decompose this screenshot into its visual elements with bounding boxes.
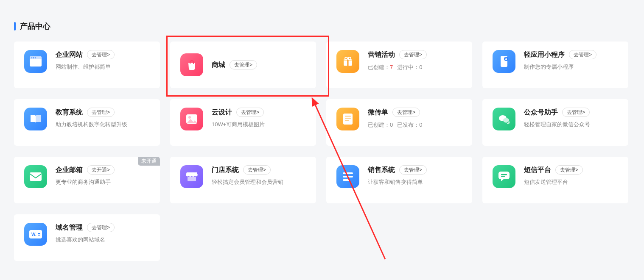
card-title: 微传单 [368,108,388,117]
card-miniprogram[interactable]: 轻应用小程序 去管理> 制作您的专属小程序 [482,42,628,88]
svg-rect-26 [498,172,510,179]
svg-point-8 [345,57,347,60]
card-marketing[interactable]: 营销活动 去管理> 已创建：7进行中：0 [326,42,472,88]
card-title: 销售系统 [368,166,395,175]
card-title: 轻应用小程序 [524,50,565,59]
card-desc: 轻松搞定会员管理和会员营销 [212,179,308,186]
card-mall[interactable]: 商城 去管理> [170,42,316,88]
card-sms-platform[interactable]: 短信平台 去管理> 短信发送管理平台 [482,157,628,203]
created-label: 已创建： [368,64,390,70]
card-title: 公众号助手 [524,108,558,117]
card-desc: 轻松管理自家的微信公众号 [524,121,621,128]
manage-button[interactable]: 去管理> [87,50,115,59]
manage-button[interactable]: 去管理> [555,165,583,175]
card-desc: 助力教培机构数字化转型升级 [56,121,152,128]
card-title: 企业网站 [56,50,83,59]
svg-rect-7 [347,59,349,66]
not-opened-badge: 未开通 [138,157,160,166]
card-title: 门店系统 [212,166,239,175]
manage-button[interactable]: 去管理> [569,50,596,59]
svg-rect-32 [38,235,40,236]
domain-icon: W. [24,223,47,246]
gift-icon [336,50,359,73]
section-title: 产品中心 [20,21,50,31]
svg-point-13 [188,116,191,119]
wechat-icon [493,108,515,130]
manage-button[interactable]: 去管理> [399,165,427,175]
card-title: 域名管理 [56,223,83,232]
svg-rect-28 [501,176,505,177]
running-label: 进行中： [397,64,419,70]
manage-button[interactable]: 去管理> [392,108,420,117]
card-education[interactable]: 教育系统 去管理> 助力教培机构数字化转型升级 [14,99,160,146]
card-desc: 更专业的商务沟通助手 [56,179,152,186]
svg-rect-17 [345,120,349,121]
card-stats: 已创建：0已发布：0 [368,121,465,129]
manage-button[interactable]: 去管理> [87,223,115,232]
list-icon [336,165,359,188]
card-official-account[interactable]: 公众号助手 去管理> 轻松管理自家的微信公众号 [482,99,628,146]
svg-point-2 [31,57,32,58]
pub-value: 0 [419,122,422,128]
created-value: 0 [390,122,393,128]
shopping-bag-icon [180,53,203,76]
manage-button[interactable]: 去管理> [236,108,264,117]
svg-point-4 [35,57,36,58]
open-button[interactable]: 去开通> [87,165,115,175]
card-title: 企业邮箱 [56,166,83,175]
card-flyer[interactable]: 微传单 去管理> 已创建：0已发布：0 [326,99,472,146]
section-heading: 产品中心 [14,21,50,31]
svg-point-9 [348,57,351,60]
document-icon [336,108,359,130]
card-store-system[interactable]: 门店系统 去管理> 轻松搞定会员管理和会员营销 [170,157,316,203]
card-domain[interactable]: W. 域名管理 去管理> 挑选喜欢的网站域名 [14,214,160,261]
phone-app-icon [493,50,515,73]
image-icon [180,108,203,130]
mail-icon [24,165,47,188]
svg-rect-27 [501,174,507,175]
svg-rect-24 [343,176,353,177]
card-desc: 网站制作、维护都简单 [56,64,152,71]
svg-rect-21 [30,172,42,181]
manage-button[interactable]: 去管理> [243,165,271,175]
card-enterprise-email[interactable]: 未开通 企业邮箱 去开通> 更专业的商务沟通助手 [14,157,160,203]
store-icon [180,165,203,188]
card-title: 云设计 [212,108,232,117]
card-title: 教育系统 [56,108,83,117]
svg-rect-31 [38,233,40,234]
card-stats: 已创建：7进行中：0 [368,64,465,71]
svg-rect-22 [188,177,196,181]
manage-button[interactable]: 去管理> [399,50,427,59]
card-desc: 让获客和销售变得简单 [368,179,465,186]
svg-point-20 [507,121,510,124]
svg-rect-23 [343,172,353,174]
card-desc: 短信发送管理平台 [524,179,621,186]
chat-icon [493,165,515,188]
manage-button[interactable]: 去管理> [562,108,590,117]
svg-rect-14 [343,114,353,125]
card-enterprise-website[interactable]: 企业网站 去管理> 网站制作、维护都简单 [14,42,160,88]
card-desc: 制作您的专属小程序 [524,64,621,71]
heading-accent-bar [14,22,16,30]
svg-rect-15 [345,116,351,117]
running-value: 0 [419,64,422,70]
browser-window-icon [24,50,47,73]
card-desc: 10W+可商用模板图片 [212,121,308,128]
card-desc: 挑选喜欢的网站域名 [56,236,152,244]
product-grid: 企业网站 去管理> 网站制作、维护都简单 商城 去管理> 营销活动 去管理> [14,42,630,261]
card-title: 商城 [212,61,225,69]
created-label: 已创建： [368,122,390,128]
card-cloud-design[interactable]: 云设计 去管理> 10W+可商用模板图片 [170,99,316,146]
manage-button[interactable]: 去管理> [87,108,115,117]
svg-rect-16 [345,118,351,119]
manage-button[interactable]: 去管理> [230,60,257,69]
created-value: 7 [390,64,393,70]
card-title: 短信平台 [524,166,551,175]
card-sales-system[interactable]: 销售系统 去管理> 让获客和销售变得简单 [326,157,472,203]
svg-text:W.: W. [31,232,36,237]
svg-rect-25 [343,179,350,181]
svg-point-3 [33,57,34,58]
pub-label: 已发布： [397,122,419,128]
card-title: 营销活动 [368,50,395,59]
book-icon [24,108,47,130]
